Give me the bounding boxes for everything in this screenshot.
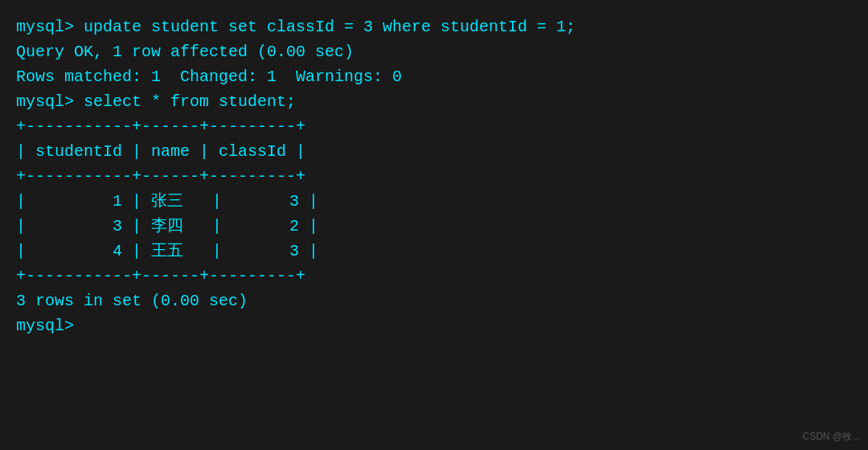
terminal-line-header: | studentId | name | classId | (16, 139, 852, 164)
terminal-line-out1: Query OK, 1 row affected (0.00 sec) (16, 39, 852, 64)
terminal-line-border2: +-----------+------+---------+ (16, 164, 852, 189)
terminal-line-cmd2: mysql> select * from student; (16, 89, 852, 114)
terminal-line-border1: +-----------+------+---------+ (16, 114, 852, 139)
terminal-line-border3: +-----------+------+---------+ (16, 264, 852, 288)
watermark: CSDN @牧... (802, 430, 860, 444)
terminal-line-row2: | 3 | 李四 | 2 | (16, 214, 852, 239)
terminal-line-cmd3: mysql> (16, 313, 852, 338)
terminal-line-cmd1: mysql> update student set classId = 3 wh… (16, 14, 852, 39)
terminal-line-out3: 3 rows in set (0.00 sec) (16, 288, 852, 313)
terminal-window: mysql> update student set classId = 3 wh… (0, 0, 868, 450)
terminal-line-row1: | 1 | 张三 | 3 | (16, 189, 852, 214)
terminal-line-row3: | 4 | 王五 | 3 | (16, 239, 852, 264)
terminal-line-out2: Rows matched: 1 Changed: 1 Warnings: 0 (16, 64, 852, 89)
